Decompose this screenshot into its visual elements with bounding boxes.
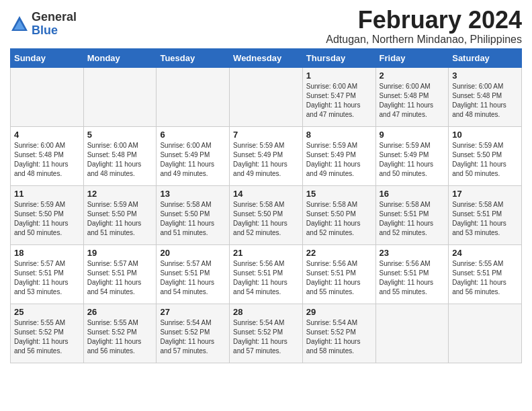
day-info: Sunrise: 5:58 AM Sunset: 5:50 PM Dayligh… xyxy=(160,200,226,238)
month-title: February 2024 xyxy=(326,7,522,34)
day-info: Sunrise: 6:00 AM Sunset: 5:48 PM Dayligh… xyxy=(87,141,153,179)
logo-blue: Blue xyxy=(32,24,77,38)
calendar-cell xyxy=(449,304,522,363)
day-info: Sunrise: 5:59 AM Sunset: 5:49 PM Dayligh… xyxy=(306,141,372,179)
calendar-cell: 12Sunrise: 5:59 AM Sunset: 5:50 PM Dayli… xyxy=(83,185,157,244)
calendar-cell: 8Sunrise: 5:59 AM Sunset: 5:49 PM Daylig… xyxy=(302,126,375,185)
day-info: Sunrise: 5:55 AM Sunset: 5:52 PM Dayligh… xyxy=(14,318,80,356)
day-number: 18 xyxy=(14,248,80,258)
day-number: 7 xyxy=(233,130,299,140)
calendar-week-row: 1Sunrise: 6:00 AM Sunset: 5:47 PM Daylig… xyxy=(11,67,522,126)
calendar-cell: 2Sunrise: 6:00 AM Sunset: 5:48 PM Daylig… xyxy=(375,67,449,126)
day-of-week-header: Sunday xyxy=(11,48,84,67)
day-number: 17 xyxy=(452,189,518,199)
calendar-cell: 16Sunrise: 5:58 AM Sunset: 5:51 PM Dayli… xyxy=(375,185,449,244)
day-info: Sunrise: 5:54 AM Sunset: 5:52 PM Dayligh… xyxy=(306,318,372,356)
calendar-cell: 11Sunrise: 5:59 AM Sunset: 5:50 PM Dayli… xyxy=(11,185,84,244)
calendar-header-row: SundayMondayTuesdayWednesdayThursdayFrid… xyxy=(11,48,522,67)
calendar-cell xyxy=(83,67,157,126)
day-info: Sunrise: 5:59 AM Sunset: 5:50 PM Dayligh… xyxy=(87,200,153,238)
calendar-cell: 4Sunrise: 6:00 AM Sunset: 5:48 PM Daylig… xyxy=(11,126,84,185)
calendar-cell xyxy=(375,304,449,363)
calendar-cell: 23Sunrise: 5:56 AM Sunset: 5:51 PM Dayli… xyxy=(375,244,449,304)
day-number: 14 xyxy=(233,189,299,199)
day-number: 20 xyxy=(160,248,226,258)
day-info: Sunrise: 5:58 AM Sunset: 5:50 PM Dayligh… xyxy=(233,200,299,238)
day-number: 29 xyxy=(306,307,372,317)
day-number: 10 xyxy=(452,130,518,140)
day-number: 13 xyxy=(160,189,226,199)
calendar-cell: 22Sunrise: 5:56 AM Sunset: 5:51 PM Dayli… xyxy=(302,244,375,304)
day-number: 15 xyxy=(306,189,372,199)
day-info: Sunrise: 5:58 AM Sunset: 5:51 PM Dayligh… xyxy=(380,200,445,238)
day-info: Sunrise: 5:56 AM Sunset: 5:51 PM Dayligh… xyxy=(380,259,445,297)
calendar-week-row: 18Sunrise: 5:57 AM Sunset: 5:51 PM Dayli… xyxy=(11,244,522,304)
logo-general: General xyxy=(32,11,77,24)
day-number: 6 xyxy=(160,130,226,140)
calendar-cell: 29Sunrise: 5:54 AM Sunset: 5:52 PM Dayli… xyxy=(302,304,375,363)
day-number: 26 xyxy=(87,307,153,317)
location-title: Adtugan, Northern Mindanao, Philippines xyxy=(326,34,522,46)
day-info: Sunrise: 5:59 AM Sunset: 5:50 PM Dayligh… xyxy=(452,141,518,179)
calendar-cell: 6Sunrise: 6:00 AM Sunset: 5:49 PM Daylig… xyxy=(157,126,230,185)
day-info: Sunrise: 5:55 AM Sunset: 5:52 PM Dayligh… xyxy=(87,318,153,356)
day-number: 9 xyxy=(380,130,445,140)
day-info: Sunrise: 5:54 AM Sunset: 5:52 PM Dayligh… xyxy=(160,318,226,356)
day-info: Sunrise: 5:59 AM Sunset: 5:50 PM Dayligh… xyxy=(14,200,80,238)
title-area: February 2024 Adtugan, Northern Mindanao… xyxy=(326,7,522,46)
day-of-week-header: Tuesday xyxy=(157,48,230,67)
day-number: 22 xyxy=(306,248,372,258)
day-info: Sunrise: 5:57 AM Sunset: 5:51 PM Dayligh… xyxy=(160,259,226,297)
day-info: Sunrise: 5:58 AM Sunset: 5:50 PM Dayligh… xyxy=(306,200,372,238)
calendar-cell: 19Sunrise: 5:57 AM Sunset: 5:51 PM Dayli… xyxy=(83,244,157,304)
calendar-cell: 18Sunrise: 5:57 AM Sunset: 5:51 PM Dayli… xyxy=(11,244,84,304)
day-number: 8 xyxy=(306,130,372,140)
calendar-cell: 25Sunrise: 5:55 AM Sunset: 5:52 PM Dayli… xyxy=(11,304,84,363)
day-info: Sunrise: 6:00 AM Sunset: 5:48 PM Dayligh… xyxy=(380,82,445,120)
calendar-cell: 3Sunrise: 6:00 AM Sunset: 5:48 PM Daylig… xyxy=(449,67,522,126)
calendar-cell: 28Sunrise: 5:54 AM Sunset: 5:52 PM Dayli… xyxy=(230,304,303,363)
calendar-cell: 15Sunrise: 5:58 AM Sunset: 5:50 PM Dayli… xyxy=(302,185,375,244)
calendar-cell: 7Sunrise: 5:59 AM Sunset: 5:49 PM Daylig… xyxy=(230,126,303,185)
day-number: 27 xyxy=(160,307,226,317)
logo: General Blue xyxy=(10,11,77,38)
day-info: Sunrise: 5:56 AM Sunset: 5:51 PM Dayligh… xyxy=(233,259,299,297)
calendar-cell: 9Sunrise: 5:59 AM Sunset: 5:49 PM Daylig… xyxy=(375,126,449,185)
day-info: Sunrise: 6:00 AM Sunset: 5:48 PM Dayligh… xyxy=(452,82,518,120)
calendar-cell: 13Sunrise: 5:58 AM Sunset: 5:50 PM Dayli… xyxy=(157,185,230,244)
calendar-cell: 26Sunrise: 5:55 AM Sunset: 5:52 PM Dayli… xyxy=(83,304,157,363)
header: General Blue February 2024 Adtugan, Nort… xyxy=(10,7,522,46)
day-info: Sunrise: 5:58 AM Sunset: 5:51 PM Dayligh… xyxy=(452,200,518,238)
logo-icon xyxy=(10,15,29,34)
day-info: Sunrise: 6:00 AM Sunset: 5:49 PM Dayligh… xyxy=(160,141,226,179)
calendar-cell xyxy=(230,67,303,126)
day-number: 5 xyxy=(87,130,153,140)
day-of-week-header: Saturday xyxy=(449,48,522,67)
day-info: Sunrise: 5:56 AM Sunset: 5:51 PM Dayligh… xyxy=(306,259,372,297)
calendar-cell: 24Sunrise: 5:55 AM Sunset: 5:51 PM Dayli… xyxy=(449,244,522,304)
day-info: Sunrise: 5:54 AM Sunset: 5:52 PM Dayligh… xyxy=(233,318,299,356)
day-of-week-header: Monday xyxy=(83,48,157,67)
calendar-week-row: 11Sunrise: 5:59 AM Sunset: 5:50 PM Dayli… xyxy=(11,185,522,244)
calendar-cell: 1Sunrise: 6:00 AM Sunset: 5:47 PM Daylig… xyxy=(302,67,375,126)
day-number: 11 xyxy=(14,189,80,199)
day-info: Sunrise: 5:57 AM Sunset: 5:51 PM Dayligh… xyxy=(87,259,153,297)
day-number: 2 xyxy=(380,71,445,81)
calendar-cell xyxy=(11,67,84,126)
day-number: 4 xyxy=(14,130,80,140)
calendar-cell: 21Sunrise: 5:56 AM Sunset: 5:51 PM Dayli… xyxy=(230,244,303,304)
day-info: Sunrise: 5:55 AM Sunset: 5:51 PM Dayligh… xyxy=(452,259,518,297)
calendar-cell: 10Sunrise: 5:59 AM Sunset: 5:50 PM Dayli… xyxy=(449,126,522,185)
day-of-week-header: Friday xyxy=(375,48,449,67)
day-number: 1 xyxy=(306,71,372,81)
calendar-cell: 14Sunrise: 5:58 AM Sunset: 5:50 PM Dayli… xyxy=(230,185,303,244)
day-number: 19 xyxy=(87,248,153,258)
calendar-table: SundayMondayTuesdayWednesdayThursdayFrid… xyxy=(10,48,522,363)
calendar-cell xyxy=(157,67,230,126)
calendar-cell: 27Sunrise: 5:54 AM Sunset: 5:52 PM Dayli… xyxy=(157,304,230,363)
calendar-cell: 17Sunrise: 5:58 AM Sunset: 5:51 PM Dayli… xyxy=(449,185,522,244)
day-number: 28 xyxy=(233,307,299,317)
logo-text: General Blue xyxy=(32,11,77,38)
day-info: Sunrise: 6:00 AM Sunset: 5:47 PM Dayligh… xyxy=(306,82,372,120)
calendar-week-row: 4Sunrise: 6:00 AM Sunset: 5:48 PM Daylig… xyxy=(11,126,522,185)
